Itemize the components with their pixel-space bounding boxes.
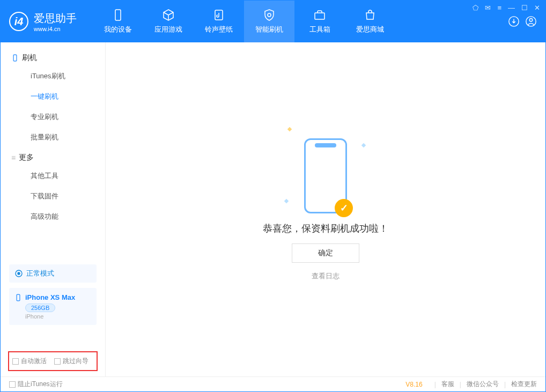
tab-apps[interactable]: 应用游戏 bbox=[143, 1, 194, 42]
sidebar-item-batch-flash[interactable]: 批量刷机 bbox=[1, 127, 105, 147]
sidebar: 刷机 iTunes刷机 一键刷机 专业刷机 批量刷机 ≡更多 其他工具 下载固件… bbox=[1, 42, 106, 376]
bag-icon bbox=[364, 9, 377, 21]
feedback-icon[interactable]: ✉ bbox=[485, 4, 491, 12]
maximize-icon[interactable]: ☐ bbox=[521, 4, 528, 12]
cube-icon bbox=[162, 9, 175, 21]
app-url: www.i4.cn bbox=[34, 26, 77, 32]
status-bar: 阻止iTunes运行 V8.16 | 客服 | 微信公众号 | 检查更新 bbox=[1, 376, 545, 391]
main-content: ✓ 恭喜您，保资料刷机成功啦！ 确定 查看日志 bbox=[106, 42, 545, 376]
svg-point-5 bbox=[529, 19, 533, 22]
sidebar-group-flash: 刷机 bbox=[1, 48, 105, 66]
shield-refresh-icon bbox=[263, 9, 276, 21]
window-controls: ⬠ ✉ ≡ — ☐ ✕ bbox=[473, 4, 540, 12]
device-box[interactable]: iPhone XS Max 256GB iPhone bbox=[9, 288, 97, 325]
sidebar-item-itunes-flash[interactable]: iTunes刷机 bbox=[1, 66, 105, 86]
tab-my-device[interactable]: 我的设备 bbox=[93, 1, 143, 42]
phone-illustration-icon: ✓ bbox=[304, 138, 347, 213]
checkbox-auto-activate[interactable]: 自动激活 bbox=[12, 357, 47, 366]
mode-icon bbox=[14, 269, 23, 278]
status-link-wechat[interactable]: 微信公众号 bbox=[467, 380, 499, 389]
success-illustration: ✓ bbox=[304, 138, 347, 213]
menu-icon[interactable]: ≡ bbox=[497, 4, 501, 12]
minimize-icon[interactable]: — bbox=[508, 4, 515, 12]
app-name: 爱思助手 bbox=[34, 11, 77, 26]
phone-small-icon bbox=[11, 54, 19, 62]
sidebar-item-download-firmware[interactable]: 下载固件 bbox=[1, 186, 105, 206]
mode-box[interactable]: 正常模式 bbox=[9, 264, 97, 283]
tab-ringtones[interactable]: 铃声壁纸 bbox=[194, 1, 244, 42]
svg-rect-6 bbox=[13, 55, 17, 61]
tab-flash[interactable]: 智能刷机 bbox=[244, 1, 294, 42]
version-label: V8.16 bbox=[405, 381, 422, 388]
svg-rect-9 bbox=[17, 294, 20, 301]
sidebar-item-oneclick-flash[interactable]: 一键刷机 bbox=[1, 86, 105, 107]
svg-rect-0 bbox=[115, 10, 121, 20]
close-icon[interactable]: ✕ bbox=[534, 4, 540, 12]
ok-button[interactable]: 确定 bbox=[292, 243, 359, 263]
user-icon[interactable] bbox=[525, 16, 537, 27]
device-type: iPhone bbox=[25, 313, 91, 320]
device-icon bbox=[14, 294, 22, 301]
sidebar-item-other-tools[interactable]: 其他工具 bbox=[1, 166, 105, 186]
status-link-update[interactable]: 检查更新 bbox=[511, 380, 537, 389]
status-link-service[interactable]: 客服 bbox=[441, 380, 454, 389]
list-icon: ≡ bbox=[11, 153, 16, 162]
logo: i4 爱思助手 www.i4.cn bbox=[9, 11, 77, 32]
sidebar-item-advanced[interactable]: 高级功能 bbox=[1, 206, 105, 227]
music-file-icon bbox=[212, 9, 225, 21]
svg-rect-2 bbox=[315, 13, 324, 19]
toolbox-icon bbox=[313, 9, 326, 21]
nav-tabs: 我的设备 应用游戏 铃声壁纸 智能刷机 工具箱 爱思商城 bbox=[93, 1, 395, 42]
phone-icon bbox=[112, 9, 124, 21]
check-badge-icon: ✓ bbox=[335, 199, 353, 217]
checkbox-skip-guide[interactable]: 跳过向导 bbox=[54, 357, 88, 366]
skin-icon[interactable]: ⬠ bbox=[473, 4, 478, 12]
bottom-options-highlight: 自动激活 跳过向导 bbox=[8, 351, 98, 371]
tab-store[interactable]: 爱思商城 bbox=[345, 1, 395, 42]
device-storage: 256GB bbox=[25, 304, 55, 312]
tab-toolbox[interactable]: 工具箱 bbox=[294, 1, 345, 42]
header: i4 爱思助手 www.i4.cn 我的设备 应用游戏 铃声壁纸 智能刷机 工具… bbox=[1, 1, 545, 42]
svg-point-8 bbox=[18, 272, 20, 275]
sidebar-item-pro-flash[interactable]: 专业刷机 bbox=[1, 107, 105, 127]
checkbox-stop-itunes[interactable]: 阻止iTunes运行 bbox=[9, 380, 63, 389]
success-message: 恭喜您，保资料刷机成功啦！ bbox=[263, 222, 388, 235]
logo-icon: i4 bbox=[9, 12, 28, 31]
sidebar-group-more: ≡更多 bbox=[1, 147, 105, 166]
view-log-link[interactable]: 查看日志 bbox=[312, 271, 340, 281]
download-icon[interactable] bbox=[508, 16, 520, 27]
